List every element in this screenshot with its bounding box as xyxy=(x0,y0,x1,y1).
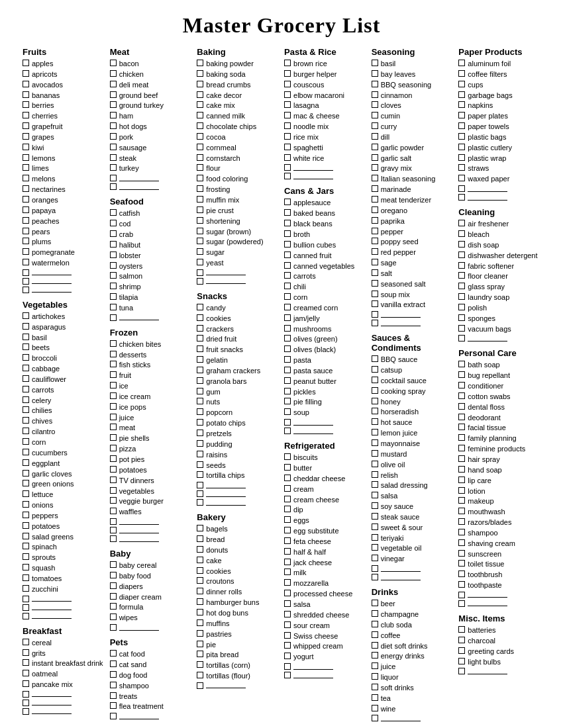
checkbox-icon[interactable] xyxy=(197,345,203,352)
checkbox-icon[interactable] xyxy=(23,406,29,413)
checkbox-icon[interactable] xyxy=(23,680,29,687)
checkbox-icon[interactable] xyxy=(372,418,378,425)
checkbox-icon[interactable] xyxy=(23,60,29,66)
checkbox-icon[interactable] xyxy=(23,604,29,611)
checkbox-icon[interactable] xyxy=(110,371,117,378)
checkbox-icon[interactable] xyxy=(23,91,29,98)
checkbox-icon[interactable] xyxy=(197,278,203,285)
checkbox-icon[interactable] xyxy=(110,60,117,66)
checkbox-icon[interactable] xyxy=(284,475,291,481)
checkbox-icon[interactable] xyxy=(284,173,291,179)
checkbox-icon[interactable] xyxy=(458,539,465,546)
checkbox-icon[interactable] xyxy=(23,133,29,140)
checkbox-icon[interactable] xyxy=(197,398,203,404)
checkbox-icon[interactable] xyxy=(284,559,291,565)
checkbox-icon[interactable] xyxy=(372,631,378,638)
checkbox-icon[interactable] xyxy=(23,386,29,392)
checkbox-icon[interactable] xyxy=(110,361,117,367)
checkbox-icon[interactable] xyxy=(110,133,117,140)
checkbox-icon[interactable] xyxy=(284,272,291,279)
checkbox-icon[interactable] xyxy=(23,365,29,371)
checkbox-icon[interactable] xyxy=(372,238,378,244)
checkbox-icon[interactable] xyxy=(458,220,465,226)
checkbox-icon[interactable] xyxy=(23,543,29,549)
checkbox-icon[interactable] xyxy=(372,101,378,108)
checkbox-icon[interactable] xyxy=(284,367,291,373)
checkbox-icon[interactable] xyxy=(110,603,117,610)
checkbox-icon[interactable] xyxy=(110,660,117,667)
checkbox-icon[interactable] xyxy=(110,81,117,87)
checkbox-icon[interactable] xyxy=(23,354,29,361)
checkbox-icon[interactable] xyxy=(23,470,29,477)
checkbox-icon[interactable] xyxy=(197,356,203,363)
checkbox-icon[interactable] xyxy=(458,382,465,388)
checkbox-icon[interactable] xyxy=(197,206,203,213)
checkbox-icon[interactable] xyxy=(372,715,378,721)
checkbox-icon[interactable] xyxy=(458,466,465,473)
checkbox-icon[interactable] xyxy=(23,613,29,619)
checkbox-icon[interactable] xyxy=(458,445,465,451)
checkbox-icon[interactable] xyxy=(110,101,117,108)
checkbox-icon[interactable] xyxy=(23,700,29,706)
checkbox-icon[interactable] xyxy=(197,196,203,203)
checkbox-icon[interactable] xyxy=(110,535,117,542)
checkbox-icon[interactable] xyxy=(372,366,378,373)
checkbox-icon[interactable] xyxy=(284,164,291,171)
checkbox-icon[interactable] xyxy=(23,334,29,340)
checkbox-icon[interactable] xyxy=(458,371,465,378)
checkbox-icon[interactable] xyxy=(458,194,465,201)
checkbox-icon[interactable] xyxy=(372,513,378,520)
checkbox-icon[interactable] xyxy=(197,525,203,531)
checkbox-icon[interactable] xyxy=(110,175,117,181)
checkbox-icon[interactable] xyxy=(23,428,29,434)
checkbox-icon[interactable] xyxy=(372,684,378,690)
checkbox-icon[interactable] xyxy=(197,101,203,108)
checkbox-icon[interactable] xyxy=(110,144,117,150)
checkbox-icon[interactable] xyxy=(372,300,378,307)
checkbox-icon[interactable] xyxy=(458,637,465,643)
checkbox-icon[interactable] xyxy=(110,283,117,289)
checkbox-icon[interactable] xyxy=(197,630,203,637)
checkbox-icon[interactable] xyxy=(458,154,465,161)
checkbox-icon[interactable] xyxy=(110,91,117,98)
checkbox-icon[interactable] xyxy=(197,482,203,488)
checkbox-icon[interactable] xyxy=(23,670,29,676)
checkbox-icon[interactable] xyxy=(284,241,291,248)
checkbox-icon[interactable] xyxy=(458,175,465,181)
checkbox-icon[interactable] xyxy=(110,508,117,514)
checkbox-icon[interactable] xyxy=(23,287,29,293)
checkbox-icon[interactable] xyxy=(458,455,465,462)
checkbox-icon[interactable] xyxy=(110,392,117,399)
checkbox-icon[interactable] xyxy=(458,497,465,504)
checkbox-icon[interactable] xyxy=(284,642,291,649)
checkbox-icon[interactable] xyxy=(23,649,29,656)
checkbox-icon[interactable] xyxy=(197,238,203,244)
checkbox-icon[interactable] xyxy=(197,377,203,384)
checkbox-icon[interactable] xyxy=(372,122,378,129)
checkbox-icon[interactable] xyxy=(197,619,203,626)
checkbox-icon[interactable] xyxy=(284,251,291,258)
checkbox-icon[interactable] xyxy=(110,403,117,410)
checkbox-icon[interactable] xyxy=(284,408,291,415)
checkbox-icon[interactable] xyxy=(197,112,203,118)
checkbox-icon[interactable] xyxy=(458,70,465,77)
checkbox-icon[interactable] xyxy=(372,355,378,362)
checkbox-icon[interactable] xyxy=(284,663,291,670)
checkbox-icon[interactable] xyxy=(110,382,117,388)
checkbox-icon[interactable] xyxy=(197,430,203,436)
checkbox-icon[interactable] xyxy=(110,304,117,310)
checkbox-icon[interactable] xyxy=(372,91,378,98)
checkbox-icon[interactable] xyxy=(372,133,378,140)
checkbox-icon[interactable] xyxy=(284,527,291,533)
checkbox-icon[interactable] xyxy=(372,621,378,627)
checkbox-icon[interactable] xyxy=(197,440,203,447)
checkbox-icon[interactable] xyxy=(372,387,378,394)
checkbox-icon[interactable] xyxy=(110,518,117,525)
checkbox-icon[interactable] xyxy=(197,154,203,161)
checkbox-icon[interactable] xyxy=(284,419,291,426)
checkbox-icon[interactable] xyxy=(110,713,117,719)
checkbox-icon[interactable] xyxy=(372,429,378,435)
checkbox-icon[interactable] xyxy=(23,553,29,560)
checkbox-icon[interactable] xyxy=(372,673,378,680)
checkbox-icon[interactable] xyxy=(284,537,291,544)
